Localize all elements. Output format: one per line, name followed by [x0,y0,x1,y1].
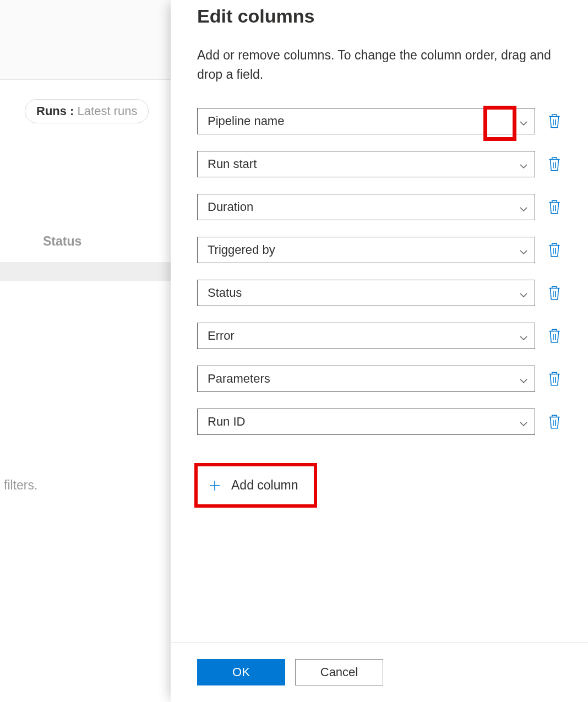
dropdown-label: Duration [208,200,253,214]
dropdown-label: Triggered by [208,243,275,257]
chevron-down-icon [519,117,528,126]
column-row: Triggered by [197,237,562,263]
plus-icon [208,479,221,492]
dropdown-label: Run ID [208,415,245,429]
dropdown-label: Status [208,286,242,300]
delete-column-button[interactable] [547,156,562,172]
chevron-down-icon [519,417,528,426]
column-dropdown-parameters[interactable]: Parameters [197,366,535,392]
bg-row-highlight [0,262,171,281]
runs-filter-label: Runs : [36,104,74,118]
runs-filter-pill[interactable]: Runs : Latest runs [25,99,149,123]
chevron-down-icon [519,374,528,383]
column-row: Run start [197,151,562,177]
add-column-button[interactable]: Add column [197,466,314,505]
column-dropdown-pipeline-name[interactable]: Pipeline name [197,108,535,134]
chevron-down-icon [519,289,528,297]
delete-column-button[interactable] [547,113,562,129]
bg-top-section [0,0,171,80]
delete-column-button[interactable] [547,285,562,301]
delete-column-button[interactable] [547,199,562,215]
chevron-down-icon [519,246,528,254]
column-row: Duration [197,194,562,220]
chevron-down-icon [519,160,528,168]
delete-column-button[interactable] [547,371,562,387]
dropdown-label: Error [208,329,235,343]
chevron-down-icon [519,203,528,211]
column-dropdown-triggered-by[interactable]: Triggered by [197,237,535,263]
column-dropdown-run-start[interactable]: Run start [197,151,535,177]
column-row: Error [197,323,562,349]
column-row: Status [197,280,562,306]
column-row: Run ID [197,409,562,435]
column-dropdown-status[interactable]: Status [197,280,535,306]
cancel-button[interactable]: Cancel [295,659,383,685]
delete-column-button[interactable] [547,328,562,344]
delete-column-button[interactable] [547,413,562,430]
column-dropdown-duration[interactable]: Duration [197,194,535,220]
column-row: Parameters [197,366,562,392]
ok-button[interactable]: OK [197,659,285,685]
column-dropdown-run-id[interactable]: Run ID [197,409,535,435]
column-dropdown-error[interactable]: Error [197,323,535,349]
runs-filter-value: Latest runs [78,104,138,118]
panel-footer: OK Cancel [171,642,588,702]
dropdown-label: Run start [208,157,257,171]
add-column-label: Add column [231,478,298,493]
edit-columns-panel: Edit columns Add or remove columns. To c… [171,0,588,702]
dropdown-label: Pipeline name [208,114,284,128]
background-panel: Runs : Latest runs Status filters. [0,0,171,702]
column-list: Pipeline name Run start [197,108,562,435]
dropdown-label: Parameters [208,372,270,386]
column-row: Pipeline name [197,108,562,134]
panel-description: Add or remove columns. To change the col… [197,46,562,84]
status-column-header: Status [43,234,81,249]
delete-column-button[interactable] [547,242,562,258]
filters-text: filters. [4,478,37,493]
chevron-down-icon [519,331,528,340]
panel-title: Edit columns [197,6,562,27]
